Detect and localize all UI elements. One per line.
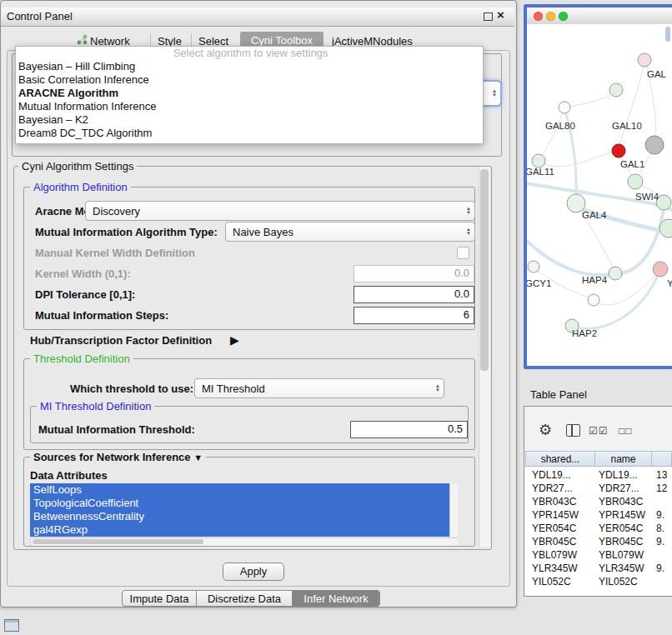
node-label: GAL1 xyxy=(620,159,644,169)
node-circle-hub[interactable] xyxy=(645,136,664,154)
table-cell[interactable]: YER054C xyxy=(532,522,576,534)
table-cell[interactable]: YBL079W xyxy=(532,549,577,561)
list-item[interactable]: TopologicalCoefficient xyxy=(30,497,451,510)
list-horizontal-scrollbar-thumb[interactable] xyxy=(33,539,203,544)
dropdown-option-selected[interactable]: ARACNE Algorithm xyxy=(16,87,483,100)
table-cell[interactable]: YBR043C xyxy=(532,496,576,508)
table-cell[interactable]: YPR145W xyxy=(599,509,645,521)
hub-section-label[interactable]: Hub/Transcription Factor Definition xyxy=(30,334,212,347)
deselect-all-rows-icon[interactable]: □□ xyxy=(619,425,633,437)
float-window-icon[interactable] xyxy=(484,12,493,21)
list-item[interactable]: BetweennessCentrality xyxy=(30,510,451,523)
table-cell[interactable]: YIL052C xyxy=(599,576,638,588)
dpi-tolerance-field[interactable]: 0.0 xyxy=(354,286,474,303)
list-item[interactable]: gal4RGexp xyxy=(30,523,451,537)
node-circle[interactable] xyxy=(638,53,651,67)
list-horizontal-scrollbar[interactable] xyxy=(30,538,458,546)
select-all-rows-icon[interactable]: ☑☑ xyxy=(589,425,609,437)
table-cell[interactable]: YDR27... xyxy=(532,482,573,494)
table-cell[interactable]: 13 xyxy=(656,469,667,481)
close-traffic-light[interactable] xyxy=(534,12,543,21)
node-circle[interactable] xyxy=(653,262,668,277)
dropdown-option[interactable]: Mutual Information Inference xyxy=(16,100,483,113)
mi-threshold-field[interactable]: 0.5 xyxy=(350,421,468,438)
table-body[interactable]: YDL19... YDL19... 13 YDR27... YDR27... 1… xyxy=(525,467,672,596)
table-cell[interactable]: YER054C xyxy=(599,522,643,534)
table-cell[interactable]: 9. xyxy=(656,509,664,521)
node-circle[interactable] xyxy=(609,267,622,280)
zoom-traffic-light[interactable] xyxy=(559,12,568,21)
dropdown-option[interactable]: Basic Correlation Inference xyxy=(16,73,483,87)
attributes-list[interactable]: SelfLoops TopologicalCoefficient Between… xyxy=(30,483,457,537)
bottom-tab-infer-network[interactable]: Infer Network xyxy=(292,590,380,607)
collapse-down-icon[interactable]: ▼ xyxy=(193,452,203,462)
settings-scrollbar-thumb[interactable] xyxy=(480,169,489,371)
mi-threshold-label: Mutual Information Threshold: xyxy=(38,423,195,436)
list-item[interactable]: SelfLoops xyxy=(30,483,451,497)
aracne-mode-select[interactable]: Discovery ▲▼ xyxy=(85,201,475,221)
kernel-width-field[interactable]: 0.0 xyxy=(354,265,474,282)
network-canvas[interactable]: GAL GAL80 GAL10 GAL11 GAL1 SWI4 GAL4 GCY… xyxy=(527,24,672,366)
chevron-updown-icon: ▲▼ xyxy=(466,202,471,220)
node-label: GAL80 xyxy=(545,121,575,131)
algorithm-definition-title: Algorithm Definition xyxy=(30,181,131,193)
table-cell[interactable]: YBL079W xyxy=(599,549,644,561)
table-cell[interactable]: YDR27... xyxy=(599,482,639,494)
dropdown-option[interactable]: Bayesian – Hill Climbing xyxy=(16,60,483,73)
table-cell[interactable]: YBR045C xyxy=(599,536,643,548)
network-edges-thin xyxy=(534,62,672,305)
node-circle-red[interactable] xyxy=(612,144,625,158)
table-cell[interactable]: 9. xyxy=(656,562,664,574)
minimize-traffic-light[interactable] xyxy=(546,12,555,21)
gear-icon[interactable]: ⚙ xyxy=(539,421,552,439)
dropdown-option[interactable]: Bayesian – K2 xyxy=(16,113,483,127)
mi-steps-label: Mutual Information Steps: xyxy=(35,309,168,322)
column-header-name[interactable]: name xyxy=(594,451,652,467)
table-cell[interactable]: 9. xyxy=(656,536,664,548)
mi-type-select[interactable]: Naive Bayes ▲▼ xyxy=(225,222,475,242)
settings-scrollbar[interactable] xyxy=(479,167,490,547)
chevron-updown-icon: ▲▼ xyxy=(435,379,440,398)
mi-steps-field[interactable]: 6 xyxy=(354,307,474,324)
node-label: GAL10 xyxy=(612,121,642,131)
expand-right-icon[interactable]: ▶ xyxy=(230,333,239,347)
table-cell[interactable]: YBR043C xyxy=(599,496,643,508)
node-label: HAP4 xyxy=(582,275,608,285)
network-canvas-scrollbar-thumb[interactable] xyxy=(665,27,670,42)
settings-group-title: Cyni Algorithm Settings xyxy=(18,160,137,172)
which-threshold-select[interactable]: MI Threshold ▲▼ xyxy=(194,378,444,398)
aracne-mode-value: Discovery xyxy=(93,205,140,218)
manual-kernel-checkbox[interactable] xyxy=(457,247,469,259)
algorithm-dropdown-popup: Select algorithm to view settings Bayesi… xyxy=(15,46,484,144)
table-cell[interactable]: YLR345W xyxy=(599,562,644,574)
column-header-partial[interactable] xyxy=(651,451,672,467)
node-circle[interactable] xyxy=(559,102,570,113)
node-circle[interactable] xyxy=(532,154,545,168)
table-cell[interactable]: YDL19... xyxy=(599,469,638,481)
restore-panel-icon[interactable] xyxy=(4,619,19,632)
node-label: GAL11 xyxy=(527,167,554,177)
control-panel-titlebar[interactable] xyxy=(1,8,514,27)
apply-button[interactable]: Apply xyxy=(223,562,284,581)
node-circle[interactable] xyxy=(528,261,539,272)
table-cell[interactable]: YBR045C xyxy=(532,536,576,548)
dropdown-option[interactable]: Dream8 DC_TDC Algorithm xyxy=(16,127,483,140)
window-title: Control Panel xyxy=(7,10,73,22)
table-cell[interactable]: YLR345W xyxy=(532,562,578,574)
sources-group-title[interactable]: Sources for Network Inference ▼ xyxy=(30,451,206,463)
node-circle[interactable] xyxy=(588,294,599,306)
bottom-tab-impute-data[interactable]: Impute Data xyxy=(122,590,197,607)
column-header-shared[interactable]: shared... xyxy=(525,451,595,467)
table-cell[interactable]: YDL19... xyxy=(532,469,571,481)
table-cell[interactable]: YIL052C xyxy=(532,576,571,588)
list-vertical-scrollbar[interactable] xyxy=(449,483,458,537)
table-panel-title: Table Panel xyxy=(530,388,587,401)
node-circle[interactable] xyxy=(609,83,623,97)
column-layout-icon[interactable] xyxy=(566,424,580,437)
table-cell[interactable]: YPR145W xyxy=(532,509,579,521)
close-icon[interactable]: × xyxy=(497,8,504,22)
table-cell[interactable]: 8. xyxy=(656,522,664,534)
table-cell[interactable]: 12 xyxy=(656,482,667,494)
bottom-tab-discretize-data[interactable]: Discretize Data xyxy=(196,590,293,607)
node-circle[interactable] xyxy=(628,174,643,189)
